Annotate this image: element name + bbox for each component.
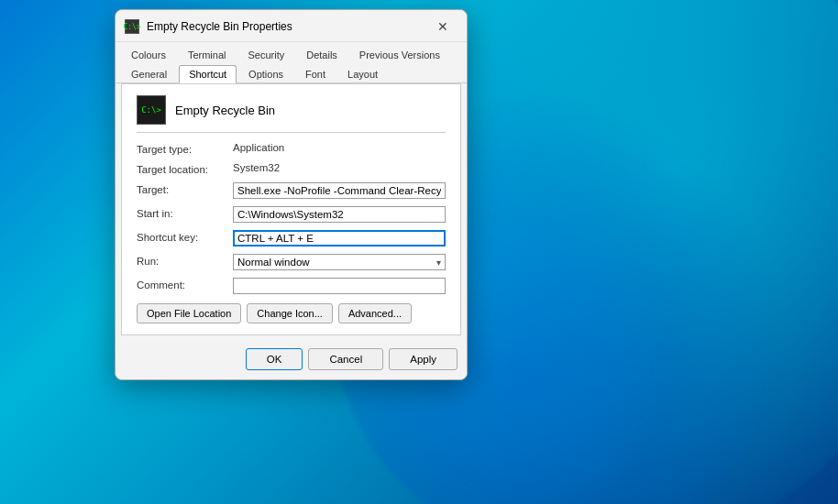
tab-previous-versions[interactable]: Previous Versions	[349, 46, 450, 63]
open-file-location-button[interactable]: Open File Location	[137, 303, 241, 323]
target-location-value: System32	[233, 162, 446, 173]
shortcut-key-input[interactable]	[233, 230, 446, 247]
target-type-row: Target type: Application	[137, 142, 446, 155]
apply-button[interactable]: Apply	[389, 348, 458, 370]
app-display-name: Empty Recycle Bin	[175, 104, 275, 117]
app-icon: C:\>	[137, 95, 166, 125]
start-in-label: Start in:	[137, 206, 233, 219]
tab-details[interactable]: Details	[296, 46, 347, 63]
dialog-footer: OK Cancel Apply	[116, 341, 467, 379]
shortcut-key-label: Shortcut key:	[137, 230, 233, 243]
dialog-title: Empty Recycle Bin Properties	[147, 20, 430, 33]
desktop: C:\> Empty Recycle Bin Properties ✕ Colo…	[0, 0, 838, 504]
target-type-value: Application	[233, 142, 446, 153]
tab-security[interactable]: Security	[237, 46, 294, 63]
shortcut-content: C:\> Empty Recycle Bin Target type: Appl…	[121, 83, 461, 335]
start-in-input[interactable]	[233, 206, 446, 223]
target-label: Target:	[137, 182, 233, 195]
run-label: Run:	[137, 254, 233, 267]
ok-button[interactable]: OK	[246, 348, 303, 370]
tab-options[interactable]: Options	[238, 65, 293, 82]
tabs-container: Colours Terminal Security Details Previo…	[116, 42, 467, 83]
action-buttons: Open File Location Change Icon... Advanc…	[137, 303, 446, 323]
properties-dialog: C:\> Empty Recycle Bin Properties ✕ Colo…	[115, 9, 468, 380]
run-dropdown[interactable]: Normal window ▾	[233, 254, 446, 270]
app-header: C:\> Empty Recycle Bin	[137, 95, 446, 133]
tab-colours[interactable]: Colours	[121, 46, 176, 63]
change-icon-button[interactable]: Change Icon...	[247, 303, 333, 323]
comment-input[interactable]	[233, 278, 446, 294]
app-title-icon: C:\>	[125, 19, 139, 34]
run-row: Run: Normal window ▾	[137, 254, 446, 270]
run-value: Normal window	[237, 257, 310, 268]
shortcut-key-row: Shortcut key:	[137, 230, 446, 247]
target-location-label: Target location:	[137, 162, 233, 175]
tab-font[interactable]: Font	[295, 65, 336, 82]
advanced-button[interactable]: Advanced...	[338, 303, 412, 323]
target-input[interactable]	[233, 182, 446, 199]
target-location-row: Target location: System32	[137, 162, 446, 175]
start-in-row: Start in:	[137, 206, 446, 223]
tab-shortcut[interactable]: Shortcut	[179, 65, 237, 83]
comment-row: Comment:	[137, 278, 446, 294]
tab-layout[interactable]: Layout	[337, 65, 388, 82]
tab-general[interactable]: General	[121, 65, 177, 82]
run-dropdown-arrow: ▾	[436, 257, 441, 268]
target-row: Target:	[137, 182, 446, 199]
cancel-button[interactable]: Cancel	[308, 348, 383, 370]
title-bar: C:\> Empty Recycle Bin Properties ✕	[116, 10, 467, 42]
comment-label: Comment:	[137, 278, 233, 290]
tab-terminal[interactable]: Terminal	[178, 46, 237, 63]
close-button[interactable]: ✕	[430, 17, 456, 36]
target-type-label: Target type:	[137, 142, 233, 155]
